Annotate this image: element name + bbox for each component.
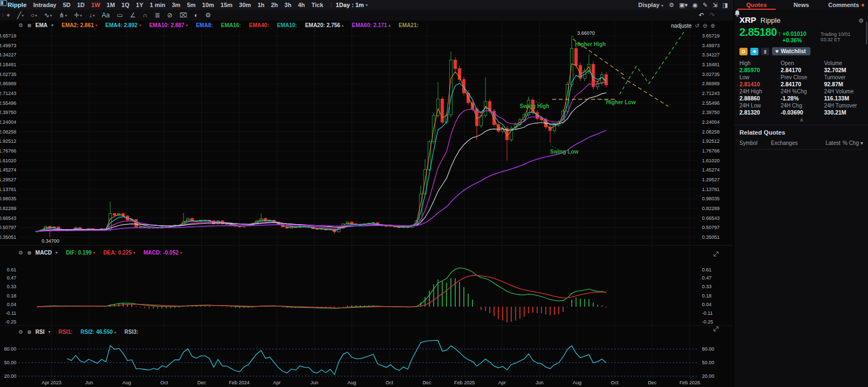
zoom-in-icon[interactable]: ⊕ bbox=[711, 23, 715, 29]
timeframe-3m[interactable]: 3m bbox=[172, 2, 181, 8]
symbol-tab[interactable]: Ripple bbox=[8, 2, 27, 8]
svg-text:Swing Low: Swing Low bbox=[550, 149, 578, 155]
svg-text:1.76766: 1.76766 bbox=[702, 148, 720, 154]
trend-triangle-icon[interactable]: ▾ bbox=[93, 251, 95, 255]
link-toggle-icon[interactable]: ◐ bbox=[194, 12, 198, 18]
timeframe-2h[interactable]: 2h bbox=[271, 2, 278, 8]
timeframe-1h[interactable]: 1h bbox=[258, 2, 265, 8]
svg-text:0.18: 0.18 bbox=[702, 293, 712, 299]
trendline-tool-icon[interactable]: ╱▾ bbox=[17, 12, 24, 18]
note-tool-icon[interactable]: ▭ bbox=[117, 12, 123, 18]
timeframe-15m[interactable]: 15m bbox=[221, 2, 233, 8]
trend-triangle-icon[interactable]: ▾ bbox=[133, 251, 136, 255]
svg-text:-0.25: -0.25 bbox=[5, 319, 16, 325]
timeframe-3h[interactable]: 3h bbox=[284, 2, 291, 8]
screenshot-icon[interactable]: ◉ bbox=[693, 2, 698, 9]
angle-tool-icon[interactable]: ∠ bbox=[130, 12, 136, 18]
pitchfork-tool-icon[interactable]: ⋔▾ bbox=[59, 12, 67, 18]
timeframe-4h[interactable]: 4h bbox=[298, 2, 305, 8]
trend-triangle-icon[interactable]: ▾ bbox=[139, 23, 141, 28]
timeframe-10m[interactable]: 10m bbox=[202, 2, 214, 8]
draw-mode-icon[interactable]: ✎ bbox=[703, 2, 707, 9]
arrow-tool-icon[interactable]: ↓▾ bbox=[89, 12, 95, 18]
drawing-settings-icon[interactable]: ⚙ bbox=[205, 12, 211, 18]
tab-quotes[interactable]: Quotes bbox=[734, 0, 779, 10]
svg-text:-0.11: -0.11 bbox=[5, 310, 16, 316]
display-dropdown[interactable]: Display ▾ bbox=[639, 2, 663, 8]
timeframe-5d[interactable]: 5D bbox=[63, 2, 71, 8]
timeframe-1m[interactable]: 1M bbox=[107, 2, 115, 8]
text-tool-icon[interactable]: Aa bbox=[102, 12, 110, 18]
layers-tool-icon[interactable]: ≣ bbox=[155, 12, 160, 18]
gear-icon[interactable]: ⚙ bbox=[858, 17, 864, 24]
svg-text:Feb 2025: Feb 2025 bbox=[454, 380, 475, 385]
stat-24h-chg: 24H Chg-0.03690 bbox=[781, 103, 824, 116]
collapse-chevron-icon[interactable]: ∧ bbox=[739, 117, 864, 123]
add-watchlist-button[interactable]: ♥ Watchlist bbox=[772, 47, 810, 55]
chart-settings-icon[interactable]: ⚙ bbox=[669, 2, 674, 9]
side-panel-icon[interactable]: ◨ bbox=[723, 2, 728, 9]
unadjusted-label[interactable]: nadjuste bbox=[671, 23, 692, 29]
timeframe-tick[interactable]: Tick bbox=[311, 2, 323, 8]
timeframe-1q[interactable]: 1Q bbox=[122, 2, 130, 8]
rsi-name[interactable]: RSI bbox=[35, 329, 44, 335]
macd-name[interactable]: MACD bbox=[35, 250, 52, 256]
svg-text:1.92512: 1.92512 bbox=[0, 138, 16, 144]
timeframe-1d[interactable]: 1D bbox=[77, 2, 85, 8]
rsi-remove-icon[interactable]: ⊗ bbox=[27, 329, 31, 335]
layout-select-icon[interactable]: ▣▾ bbox=[679, 2, 688, 9]
heart-icon: ♥ bbox=[775, 48, 778, 54]
tag-badge-icon[interactable]: ◆ bbox=[750, 48, 758, 55]
undo-icon[interactable]: ↶ bbox=[699, 11, 704, 19]
shape-tool-icon[interactable]: ○▾ bbox=[31, 12, 37, 18]
cursor-tool-icon[interactable]: ⌖ bbox=[7, 12, 10, 18]
svg-text:Apr 2023: Apr 2023 bbox=[42, 380, 62, 385]
trend-triangle-icon[interactable]: ▴ bbox=[388, 23, 391, 28]
timeframe-1min[interactable]: 1 min bbox=[150, 2, 165, 8]
timeframe-1w[interactable]: 1W bbox=[91, 2, 100, 8]
chevron-down-icon: ▾ bbox=[48, 329, 50, 334]
ema-item-3: EMA8: bbox=[196, 22, 213, 28]
bookmark-badge-icon[interactable]: ▮ bbox=[761, 48, 769, 55]
crosshair-tool-icon[interactable]: ✛▾ bbox=[74, 12, 82, 18]
svg-text:3.34227: 3.34227 bbox=[0, 52, 16, 58]
ema-settings-icon[interactable]: ⚙ bbox=[18, 22, 23, 28]
zoom-out-icon[interactable]: ⊖ bbox=[703, 23, 707, 29]
svg-text:2.55496: 2.55496 bbox=[0, 100, 16, 106]
trend-triangle-icon[interactable]: ▾ bbox=[186, 23, 188, 28]
tab-news[interactable]: News bbox=[779, 0, 824, 10]
tab-comments[interactable]: Comments bbox=[824, 0, 868, 10]
timeframe-1y[interactable]: 1Y bbox=[136, 2, 143, 8]
drag-handle-icon[interactable]: ⁞⁞ bbox=[2, 12, 3, 18]
stat-24h-chg: 24H %Chg-1.28% bbox=[781, 88, 824, 102]
svg-text:1.29527: 1.29527 bbox=[0, 177, 16, 182]
top-toolbar: Ripple Intraday5D1D1W1M1Q1Y1 min3m5m10m1… bbox=[0, 0, 733, 10]
redo-icon[interactable]: ↷ bbox=[710, 11, 715, 19]
svg-text:Jun: Jun bbox=[85, 380, 93, 385]
timeframe-5m[interactable]: 5m bbox=[187, 2, 196, 8]
trend-triangle-icon[interactable]: ▴ bbox=[342, 23, 344, 28]
custom-interval-dropdown[interactable]: 1Day : 1m ▾ bbox=[336, 2, 368, 8]
ema-name[interactable]: EMA bbox=[35, 22, 47, 28]
svg-text:1.76766: 1.76766 bbox=[0, 148, 16, 154]
delete-drawings-icon[interactable]: ⌧ bbox=[180, 12, 187, 18]
trend-triangle-icon[interactable]: ▾ bbox=[180, 251, 182, 255]
stat-turnover: Turnover92.87M bbox=[824, 74, 867, 88]
macd-remove-icon[interactable]: ⊗ bbox=[27, 250, 31, 256]
svg-text:Swing High: Swing High bbox=[520, 103, 549, 109]
timeframe-intraday[interactable]: Intraday bbox=[33, 2, 56, 8]
hide-drawings-icon[interactable]: ⊘ bbox=[167, 12, 173, 18]
macd-settings-icon[interactable]: ⚙ bbox=[18, 250, 23, 256]
restore-icon[interactable]: ↺ bbox=[695, 23, 699, 29]
rq-col-chg[interactable]: % Chg ▾ bbox=[840, 140, 863, 146]
trend-triangle-icon[interactable]: ▴ bbox=[114, 330, 117, 334]
ema-remove-icon[interactable]: ⊗ bbox=[27, 22, 31, 28]
wave-tool-icon[interactable]: ∿▾ bbox=[44, 12, 52, 18]
scrollbar[interactable] bbox=[866, 22, 867, 45]
rsi-settings-icon[interactable]: ⚙ bbox=[18, 329, 23, 335]
svg-text:Feb 2024: Feb 2024 bbox=[229, 380, 250, 385]
magnet-tool-icon[interactable]: ∩ bbox=[143, 12, 148, 18]
timeframe-30m[interactable]: 30m bbox=[239, 2, 251, 8]
trend-triangle-icon[interactable]: ▾ bbox=[95, 23, 98, 28]
fullscreen-icon[interactable]: ⇲ bbox=[712, 2, 717, 9]
